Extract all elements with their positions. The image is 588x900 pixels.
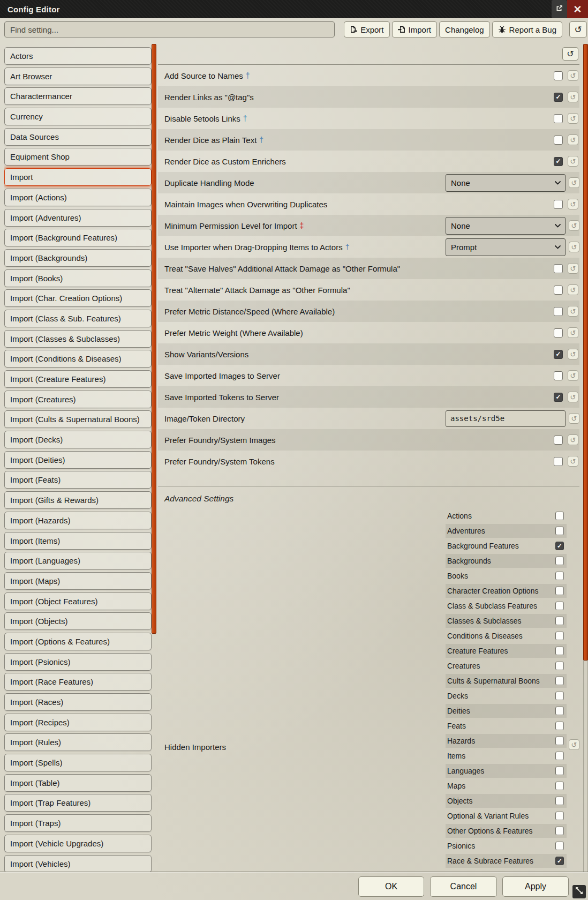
sidebar-item[interactable]: Import (Backgrounds) [4, 249, 152, 267]
sidebar-item[interactable]: Import (Background Features) [4, 229, 152, 246]
row-reset-button[interactable]: ↺ [568, 456, 578, 467]
row-reset-button[interactable]: ↺ [568, 306, 578, 317]
sidebar-item[interactable]: Import (Rules) [4, 733, 152, 751]
hidden-importer-checkbox[interactable] [555, 707, 564, 715]
hidden-importer-checkbox[interactable] [555, 827, 564, 835]
hidden-importer-checkbox[interactable] [555, 602, 564, 610]
hidden-importer-checkbox[interactable] [555, 572, 564, 580]
sidebar-item[interactable]: Import (Table) [4, 774, 152, 792]
close-button[interactable]: ✕ [567, 0, 588, 18]
sidebar-item[interactable]: Charactermancer [4, 87, 152, 105]
hidden-importer-checkbox[interactable] [555, 647, 564, 655]
setting-checkbox[interactable] [554, 114, 563, 123]
setting-checkbox[interactable] [554, 371, 563, 380]
setting-checkbox[interactable] [554, 136, 563, 145]
sidebar-item[interactable]: Import (Actions) [4, 189, 152, 206]
import-button[interactable]: Import [392, 21, 438, 38]
sidebar-scrollbar-track[interactable] [152, 44, 156, 872]
setting-select[interactable]: None [446, 217, 566, 235]
hidden-importer-checkbox[interactable] [555, 842, 564, 850]
setting-select[interactable]: Prompt [446, 238, 566, 256]
hidden-importer-checkbox[interactable] [555, 692, 564, 700]
sidebar-item[interactable]: Import (Traps) [4, 814, 152, 832]
sidebar-item[interactable]: Import (Books) [4, 269, 152, 287]
section-reset-button[interactable]: ↺ [562, 47, 578, 61]
sidebar-item[interactable]: Import (Options & Features) [4, 633, 152, 650]
setting-checkbox[interactable] [554, 157, 563, 166]
setting-checkbox[interactable] [554, 307, 563, 316]
hidden-importer-checkbox[interactable] [555, 857, 564, 865]
sidebar-item[interactable]: Import (Vehicles) [4, 855, 152, 872]
hidden-importer-checkbox[interactable] [555, 812, 564, 820]
hidden-importer-checkbox[interactable] [555, 782, 564, 790]
setting-checkbox[interactable] [554, 71, 563, 80]
resize-handle[interactable] [572, 885, 586, 898]
sidebar-item[interactable]: Import (Maps) [4, 572, 152, 590]
main-scrollbar-thumb[interactable] [583, 44, 588, 661]
ok-button[interactable]: OK [358, 876, 424, 897]
search-input[interactable] [4, 21, 335, 38]
hidden-importer-checkbox[interactable] [555, 677, 564, 685]
sidebar-item[interactable]: Import (Items) [4, 532, 152, 550]
sidebar-item[interactable]: Import (Class & Sub. Features) [4, 310, 152, 327]
setting-checkbox[interactable] [554, 93, 563, 102]
sidebar-item[interactable]: Import (Char. Creation Options) [4, 289, 152, 307]
sidebar-item[interactable]: Import (Spells) [4, 754, 152, 771]
export-button[interactable]: Export [344, 21, 389, 38]
row-reset-button[interactable]: ↺ [568, 349, 578, 359]
row-reset-button[interactable]: ↺ [569, 242, 579, 252]
hidden-importer-checkbox[interactable] [555, 632, 564, 640]
hidden-importer-checkbox[interactable] [555, 752, 564, 760]
hidden-importer-checkbox[interactable] [555, 797, 564, 805]
setting-checkbox[interactable] [554, 350, 563, 359]
changelog-button[interactable]: Changelog [439, 21, 490, 38]
row-reset-button[interactable]: ↺ [568, 156, 578, 167]
setting-checkbox[interactable] [554, 200, 563, 209]
hidden-importer-checkbox[interactable] [555, 737, 564, 745]
sidebar-item[interactable]: Data Sources [4, 128, 152, 146]
sidebar-item[interactable]: Import (Objects) [4, 612, 152, 630]
hidden-importer-checkbox[interactable] [555, 542, 564, 550]
report-bug-button[interactable]: Report a Bug [492, 21, 562, 38]
row-reset-button[interactable]: ↺ [568, 392, 578, 402]
setting-select[interactable]: None [446, 174, 566, 192]
sidebar-item[interactable]: Import (Vehicle Upgrades) [4, 835, 152, 852]
hidden-importer-checkbox[interactable] [555, 617, 564, 625]
hidden-importer-checkbox[interactable] [555, 557, 564, 565]
sidebar-item[interactable]: Import (Object Features) [4, 592, 152, 610]
sidebar-item[interactable]: Import (Gifts & Rewards) [4, 491, 152, 509]
row-reset-button[interactable]: ↺ [568, 92, 578, 102]
toolbar-reset-button[interactable]: ↺ [569, 21, 587, 38]
sidebar-item[interactable]: Actors [4, 47, 152, 65]
sidebar-item[interactable]: Import (Deities) [4, 451, 152, 469]
sidebar-item[interactable]: Currency [4, 108, 152, 125]
hidden-importer-checkbox[interactable] [555, 512, 564, 520]
hidden-importers-reset-button[interactable]: ↺ [569, 739, 579, 750]
main-scrollbar-track[interactable] [583, 44, 588, 872]
hidden-importer-checkbox[interactable] [555, 587, 564, 595]
row-reset-button[interactable]: ↺ [568, 134, 578, 145]
sidebar-item[interactable]: Import [4, 168, 152, 186]
row-reset-button[interactable]: ↺ [568, 263, 578, 274]
sidebar-item[interactable]: Import (Decks) [4, 431, 152, 448]
sidebar-item[interactable]: Import (Recipes) [4, 714, 152, 731]
row-reset-button[interactable]: ↺ [568, 284, 578, 295]
row-reset-button[interactable]: ↺ [569, 177, 579, 188]
row-reset-button[interactable]: ↺ [568, 199, 578, 209]
row-reset-button[interactable]: ↺ [568, 434, 578, 445]
cancel-button[interactable]: Cancel [430, 876, 497, 897]
setting-checkbox[interactable] [554, 264, 563, 273]
sidebar-item[interactable]: Import (Creature Features) [4, 370, 152, 388]
setting-checkbox[interactable] [554, 328, 563, 338]
hidden-importer-checkbox[interactable] [555, 722, 564, 730]
popup-button[interactable] [552, 0, 567, 18]
hidden-importer-checkbox[interactable] [555, 767, 564, 775]
row-reset-button[interactable]: ↺ [569, 220, 579, 231]
sidebar-item[interactable]: Import (Races) [4, 693, 152, 711]
sidebar-item[interactable]: Import (Conditions & Diseases) [4, 350, 152, 368]
sidebar-item[interactable]: Import (Hazards) [4, 512, 152, 529]
row-reset-button[interactable]: ↺ [568, 70, 578, 81]
setting-checkbox[interactable] [554, 436, 563, 445]
setting-checkbox[interactable] [554, 457, 563, 466]
apply-button[interactable]: Apply [502, 876, 569, 897]
